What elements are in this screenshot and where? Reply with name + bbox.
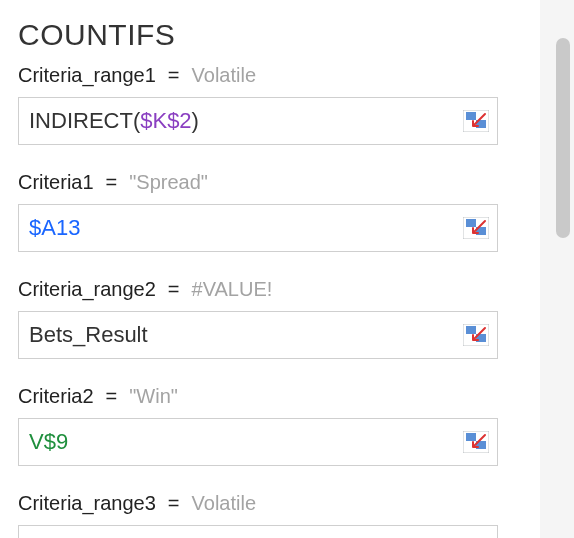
argument-header: Criteria_range3=Volatile — [18, 486, 540, 525]
formula-token: ( — [133, 108, 140, 134]
svg-rect-4 — [466, 219, 476, 227]
equals-sign: = — [106, 171, 118, 194]
formula-token: Bets_Result — [29, 322, 148, 348]
argument-label: Criteria_range2 — [18, 278, 156, 301]
range-reference-icon[interactable] — [463, 217, 489, 239]
scrollbar-thumb[interactable] — [556, 38, 570, 238]
argument-input-text[interactable]: $A13 — [29, 215, 457, 241]
equals-sign: = — [168, 492, 180, 515]
argument-label: Criteria_range3 — [18, 492, 156, 515]
argument-block: Criteria_range3=VolatileINDIRECT($K$4) — [18, 486, 540, 538]
formula-token: INDIRECT — [29, 108, 133, 134]
formula-token: $A13 — [29, 215, 80, 241]
equals-sign: = — [168, 64, 180, 87]
argument-input-text[interactable]: INDIRECT($K$2) — [29, 108, 457, 134]
formula-token: V$9 — [29, 429, 68, 455]
argument-result: #VALUE! — [192, 278, 273, 301]
argument-input[interactable]: V$9 — [18, 418, 498, 466]
arguments-list: Criteria_range1=VolatileINDIRECT($K$2)Cr… — [18, 58, 540, 538]
argument-header: Criteria2="Win" — [18, 379, 540, 418]
argument-input[interactable]: Bets_Result — [18, 311, 498, 359]
function-arguments-dialog: COUNTIFS Criteria_range1=VolatileINDIREC… — [0, 0, 540, 538]
argument-block: Criteria2="Win"V$9 — [18, 379, 540, 482]
argument-input[interactable]: $A13 — [18, 204, 498, 252]
svg-rect-7 — [466, 326, 476, 334]
argument-result: Volatile — [192, 492, 257, 515]
range-reference-icon[interactable] — [463, 431, 489, 453]
argument-input-text[interactable]: V$9 — [29, 429, 457, 455]
svg-rect-10 — [466, 433, 476, 441]
svg-rect-1 — [466, 112, 476, 120]
argument-block: Criteria_range2=#VALUE!Bets_Result — [18, 272, 540, 375]
range-reference-icon[interactable] — [463, 324, 489, 346]
argument-input[interactable]: INDIRECT($K$2) — [18, 97, 498, 145]
argument-input[interactable]: INDIRECT($K$4) — [18, 525, 498, 538]
argument-label: Criteria1 — [18, 171, 94, 194]
formula-token: ) — [192, 108, 199, 134]
argument-result: "Win" — [129, 385, 178, 408]
equals-sign: = — [106, 385, 118, 408]
argument-label: Criteria_range1 — [18, 64, 156, 87]
argument-header: Criteria_range1=Volatile — [18, 58, 540, 97]
formula-token: $K$2 — [140, 108, 191, 134]
argument-label: Criteria2 — [18, 385, 94, 408]
argument-header: Criteria1="Spread" — [18, 165, 540, 204]
argument-block: Criteria1="Spread"$A13 — [18, 165, 540, 268]
argument-result: Volatile — [192, 64, 257, 87]
equals-sign: = — [168, 278, 180, 301]
argument-block: Criteria_range1=VolatileINDIRECT($K$2) — [18, 58, 540, 161]
range-reference-icon[interactable] — [463, 110, 489, 132]
argument-result: "Spread" — [129, 171, 208, 194]
argument-input-text[interactable]: Bets_Result — [29, 322, 457, 348]
function-name-title: COUNTIFS — [18, 18, 540, 52]
argument-header: Criteria_range2=#VALUE! — [18, 272, 540, 311]
